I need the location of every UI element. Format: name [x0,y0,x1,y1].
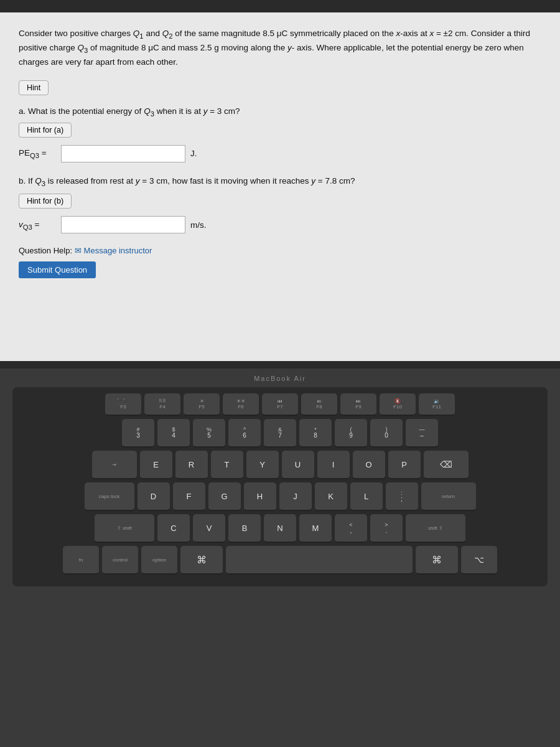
hint-for-a-button[interactable]: Hint for (a) [19,123,72,138]
key-shift-left[interactable]: ⇧ shift [95,514,154,543]
part-b-input-row: vQ3 = m/s. [19,216,541,233]
key-k[interactable]: K [315,482,347,511]
asdf-key-row: caps lock D F G H J K L [20,482,540,511]
key-comma[interactable]: < , [335,514,367,543]
key-r[interactable]: R [175,451,208,479]
key-o[interactable]: O [353,451,385,479]
key-8-star[interactable]: * 8 [299,419,332,448]
key-t[interactable]: T [211,451,243,479]
key-enter[interactable]: return [421,482,476,511]
key-5-percent[interactable]: % 5 [193,419,225,448]
key-f9[interactable]: ⏭ F9 [340,393,376,416]
key-option[interactable]: option [141,546,177,575]
submit-button[interactable]: Submit Question [19,261,96,278]
key-cmd-left[interactable]: ⌘ [180,546,223,575]
key-shift-right[interactable]: shift ⇧ [406,514,465,543]
key-f7[interactable]: ⏮ F7 [262,393,298,416]
key-b[interactable]: B [228,514,261,543]
key-n[interactable]: N [264,514,296,543]
fn-key-row: ⬛⬛ F3 ⠿⠿ F4 ☀ F5 ☀☀ F6 ⏮ F7 ⏯ F8 [20,393,540,416]
bezel-bottom [0,361,560,369]
key-fn[interactable]: fn [63,546,99,575]
keyboard: ⬛⬛ F3 ⠿⠿ F4 ☀ F5 ☀☀ F6 ⏮ F7 ⏯ F8 [12,387,548,586]
key-f4[interactable]: ⠿⠿ F4 [144,393,180,416]
qwerty-key-row: ⇥ E R T Y U I O P [20,451,540,479]
key-h[interactable]: H [244,482,276,511]
part-b-label: b. If Q3 is released from rest at y = 3 … [19,175,541,189]
part-a-label: a. What is the potential energy of Q3 wh… [19,106,541,118]
key-caps-lock[interactable]: caps lock [85,482,134,511]
part-b-input[interactable] [61,216,185,233]
number-key-row: # 3 $ 4 % 5 ^ 6 & 7 * 8 [20,419,540,448]
key-f5[interactable]: ☀ F5 [184,393,220,416]
key-ctrl[interactable]: control [102,546,138,575]
part-a-unit: J. [190,149,197,158]
key-v[interactable]: V [193,514,225,543]
hint-for-b-button[interactable]: Hint for (b) [19,194,72,209]
key-p[interactable]: P [388,451,421,479]
bottom-key-row: fn control option ⌘ ⌘ ⌥ [20,546,540,575]
key-space[interactable] [226,546,413,575]
question-help-row: Question Help: ✉ Message instructor [19,246,541,255]
key-3-hash[interactable]: # 3 [122,419,154,448]
key-4-dollar[interactable]: $ 4 [157,419,190,448]
key-c[interactable]: C [157,514,190,543]
key-j[interactable]: J [279,482,312,511]
key-f10[interactable]: 🔇 F10 [380,393,416,416]
part-a-input-row: PEQ3 = J. [19,145,541,162]
key-e[interactable]: E [140,451,172,479]
bezel-top [0,0,560,12]
key-minus[interactable]: — – [406,419,438,448]
key-f11[interactable]: 🔉 F11 [419,393,455,416]
key-cmd-right[interactable]: ⌘ [416,546,458,575]
question-help-label: Question Help: [19,246,72,255]
key-backspace[interactable]: ⌫ [424,451,469,479]
key-period[interactable]: > . [370,514,403,543]
key-tab[interactable]: ⇥ [92,451,137,479]
part-a-input[interactable] [61,145,185,162]
part-a-input-label: PEQ3 = [19,148,56,159]
key-f6[interactable]: ☀☀ F6 [223,393,259,416]
key-l[interactable]: L [350,482,383,511]
key-f8[interactable]: ⏯ F8 [301,393,337,416]
key-9-lparen[interactable]: ( 9 [335,419,367,448]
macbook-brand-label: MacBook Air [254,375,306,382]
key-f[interactable]: F [173,482,205,511]
main-hint-button[interactable]: Hint [19,80,49,95]
key-semicolon[interactable]: : ; [386,482,418,511]
part-b-input-label: vQ3 = [19,220,56,231]
message-instructor-link[interactable]: ✉ Message instructor [75,246,152,255]
problem-text: Consider two positive charges Q1 and Q2 … [19,27,541,69]
part-b-unit: m/s. [190,220,207,230]
zxcv-key-row: ⇧ shift C V B N M < , > . [20,514,540,543]
keyboard-area: MacBook Air ⬛⬛ F3 ⠿⠿ F4 ☀ F5 ☀☀ F6 ⏮ F7 [0,369,560,747]
key-g[interactable]: G [208,482,241,511]
key-u[interactable]: U [282,451,314,479]
key-d[interactable]: D [138,482,170,511]
key-7-amp[interactable]: & 7 [264,419,296,448]
screen-area: Consider two positive charges Q1 and Q2 … [0,12,560,361]
key-y[interactable]: Y [246,451,279,479]
key-0-rparen[interactable]: ) 0 [370,419,403,448]
key-6-caret[interactable]: ^ 6 [228,419,261,448]
key-i[interactable]: I [317,451,350,479]
key-m[interactable]: M [299,514,332,543]
key-option-right[interactable]: ⌥ [461,546,497,575]
key-f3[interactable]: ⬛⬛ F3 [105,393,141,416]
